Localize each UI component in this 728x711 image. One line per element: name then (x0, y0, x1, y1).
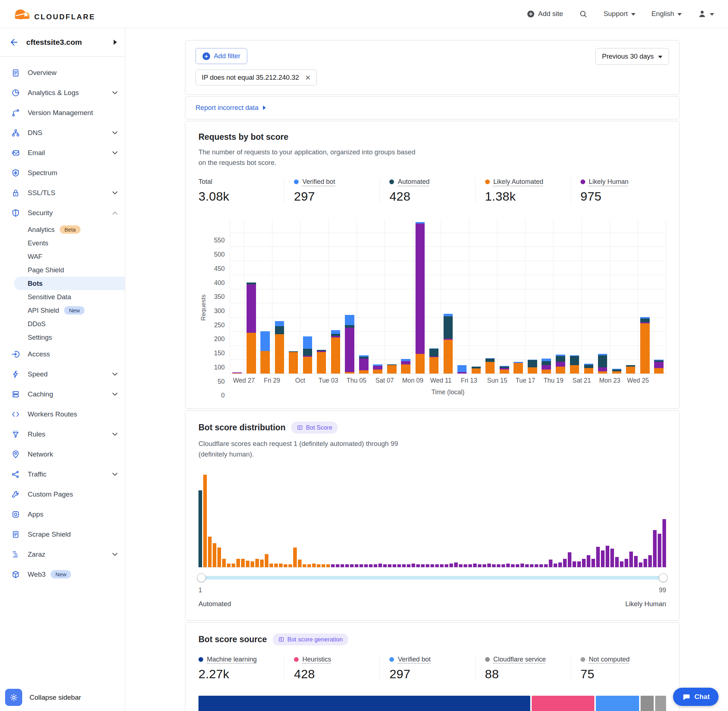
sidebar-item-speed[interactable]: Speed (0, 364, 125, 384)
bar-slot[interactable] (539, 219, 553, 373)
histogram-bar[interactable] (610, 549, 614, 567)
histogram-bar[interactable] (459, 564, 462, 567)
histogram-bar[interactable] (648, 555, 652, 567)
sidebar-item-events[interactable]: Events (0, 236, 125, 250)
histogram-bar[interactable] (341, 564, 344, 567)
sidebar-item-analytics-logs[interactable]: Analytics & Logs (0, 83, 125, 103)
sidebar-item-workers-routes[interactable]: Workers Routes (0, 404, 125, 424)
sidebar-item-api-shield[interactable]: API ShieldNew (0, 304, 125, 317)
bar-slot[interactable] (399, 219, 413, 373)
search-button[interactable] (579, 10, 588, 18)
histogram-bar[interactable] (198, 490, 202, 567)
histogram-bar[interactable] (288, 564, 292, 567)
histogram-bar[interactable] (644, 559, 647, 567)
bar-slot[interactable] (272, 219, 286, 373)
bar-slot[interactable] (244, 219, 258, 373)
histogram-bar[interactable] (412, 563, 415, 567)
sidebar-item-apps[interactable]: Apps (0, 504, 125, 524)
support-menu[interactable]: Support (604, 10, 635, 18)
histogram-bar[interactable] (359, 564, 363, 567)
histogram-bar[interactable] (374, 564, 377, 567)
histogram-bar[interactable] (383, 564, 387, 567)
histogram-bar[interactable] (227, 563, 230, 567)
histogram-bar[interactable] (483, 564, 486, 567)
bar-slot[interactable] (511, 219, 525, 373)
histogram-bar[interactable] (601, 550, 604, 567)
histogram-bar[interactable] (269, 563, 273, 567)
histogram-bar[interactable] (331, 564, 335, 567)
histogram-bar[interactable] (573, 561, 576, 567)
histogram-bar[interactable] (473, 563, 477, 567)
histogram-bar[interactable] (303, 564, 306, 567)
histogram-bar[interactable] (554, 563, 557, 567)
histogram-bar[interactable] (497, 564, 501, 567)
date-range-dropdown[interactable]: Previous 30 days (595, 48, 669, 65)
bot-score-doc-badge[interactable]: Bot Score (291, 422, 338, 434)
slider-track[interactable] (198, 576, 666, 580)
quick-settings-button[interactable] (5, 689, 22, 706)
histogram-bar[interactable] (312, 563, 316, 567)
sidebar-item-rules[interactable]: Rules (0, 424, 125, 444)
histogram-bar[interactable] (241, 559, 245, 567)
bar-slot[interactable] (525, 219, 539, 373)
histogram-bar[interactable] (535, 564, 538, 567)
bar-slot[interactable] (652, 219, 666, 373)
bar-slot[interactable] (315, 219, 328, 373)
histogram-bar[interactable] (421, 564, 425, 567)
sidebar-item-email[interactable]: Email (0, 143, 125, 163)
histogram-bar[interactable] (203, 475, 207, 567)
bar-slot[interactable] (595, 219, 609, 373)
histogram-bar[interactable] (634, 556, 638, 567)
histogram-bar[interactable] (393, 564, 396, 567)
histogram-bar[interactable] (639, 562, 642, 567)
histogram-bar[interactable] (506, 563, 510, 567)
histogram-bar[interactable] (322, 564, 325, 567)
histogram-bar[interactable] (539, 564, 543, 567)
histogram-bar[interactable] (487, 563, 491, 567)
histogram-bar[interactable] (502, 564, 505, 567)
histogram-bar[interactable] (307, 564, 311, 567)
sidebar-item-page-shield[interactable]: Page Shield (0, 263, 125, 277)
bar-slot[interactable] (455, 219, 469, 373)
histogram-bar[interactable] (587, 555, 590, 567)
bar-slot[interactable] (581, 219, 595, 373)
bot-score-generation-doc-badge[interactable]: Bot score generation (273, 633, 348, 646)
histogram-bar[interactable] (364, 564, 368, 567)
histogram-bar[interactable] (596, 547, 600, 567)
bar-slot[interactable] (610, 219, 624, 373)
histogram-bar[interactable] (530, 564, 533, 567)
histogram-bar[interactable] (236, 559, 240, 567)
sidebar-item-web3[interactable]: Web3New (0, 564, 125, 584)
cloudflare-logo[interactable]: CLOUDFLARE (11, 6, 95, 22)
histogram-bar[interactable] (293, 547, 297, 567)
expand-caret-icon[interactable] (263, 106, 266, 110)
bar-slot[interactable] (553, 219, 567, 373)
bar-slot[interactable] (567, 219, 581, 373)
bar-slot[interactable] (258, 219, 272, 373)
bar-slot[interactable] (230, 219, 244, 373)
sidebar-item-overview[interactable]: Overview (0, 63, 125, 83)
histogram-bar[interactable] (435, 564, 439, 567)
histogram-bar[interactable] (444, 564, 448, 567)
bar-slot[interactable] (427, 219, 441, 373)
sidebar-item-ddos[interactable]: DDoS (0, 317, 125, 330)
slider-handle-min[interactable] (197, 573, 206, 582)
sidebar-item-dns[interactable]: DNS (0, 123, 125, 143)
histogram-bar[interactable] (658, 534, 662, 567)
bar-slot[interactable] (343, 219, 357, 373)
histogram-bar[interactable] (468, 564, 472, 567)
histogram-bar[interactable] (544, 564, 548, 567)
histogram-bar[interactable] (449, 563, 453, 567)
histogram-bar[interactable] (274, 563, 278, 567)
bar-slot[interactable] (624, 219, 638, 373)
add-filter-button[interactable]: + Add filter (196, 48, 247, 64)
sidebar-item-network[interactable]: Network (0, 444, 125, 464)
histogram-bar[interactable] (605, 546, 609, 567)
collapse-sidebar-button[interactable]: Collapse sidebar (30, 693, 81, 702)
histogram-bar[interactable] (260, 559, 264, 567)
site-switcher-icon[interactable] (114, 40, 117, 45)
histogram-bar[interactable] (369, 564, 372, 567)
histogram-bar[interactable] (625, 559, 628, 567)
histogram-bar[interactable] (454, 562, 458, 567)
histogram-bar[interactable] (222, 559, 226, 567)
